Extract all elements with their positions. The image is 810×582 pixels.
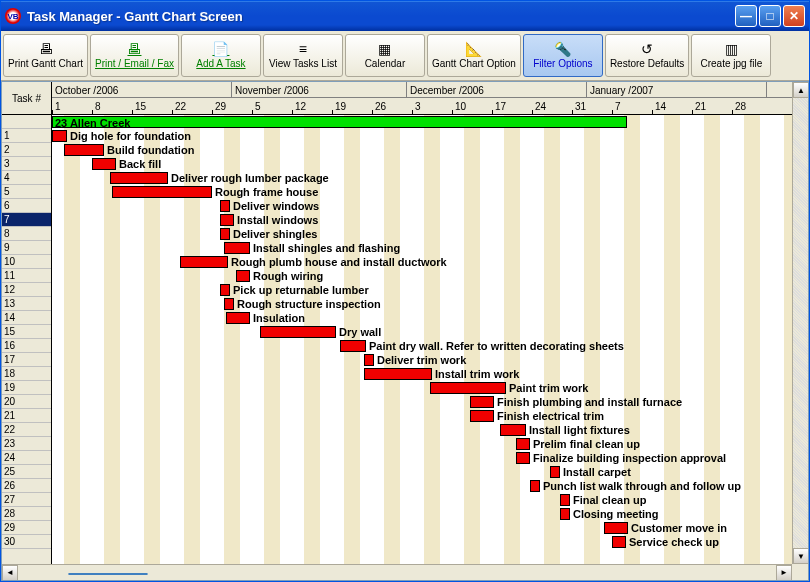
task-number-row[interactable]: 21 <box>2 409 51 423</box>
task-number-row[interactable]: 27 <box>2 493 51 507</box>
day-header: 31 <box>575 98 586 115</box>
task-number-row[interactable]: 8 <box>2 227 51 241</box>
gantt-bar[interactable] <box>220 200 230 212</box>
gantt-bar-label: Install trim work <box>435 367 519 381</box>
gantt-bar-label: Deliver rough lumber package <box>171 171 329 185</box>
gantt-row: Closing meeting <box>52 507 808 521</box>
gantt-bar[interactable] <box>110 172 168 184</box>
task-number-row[interactable]: 11 <box>2 269 51 283</box>
scroll-left-button[interactable]: ◄ <box>2 565 18 581</box>
gantt-bar[interactable] <box>52 130 67 142</box>
vertical-scrollbar[interactable]: ▲ ▼ <box>792 82 808 564</box>
gantt-bar[interactable] <box>612 536 626 548</box>
create-jpg-button[interactable]: ▥Create jpg file <box>691 34 771 77</box>
gantt-bar[interactable] <box>236 270 250 282</box>
task-number-row[interactable]: 24 <box>2 451 51 465</box>
gantt-bar[interactable] <box>364 354 374 366</box>
gantt-bar[interactable] <box>220 214 234 226</box>
task-number-row[interactable]: 1 <box>2 129 51 143</box>
titlebar[interactable]: VB Task Manager - Gantt Chart Screen — □… <box>1 1 809 31</box>
gantt-bar[interactable] <box>52 116 627 128</box>
app-window: VB Task Manager - Gantt Chart Screen — □… <box>0 0 810 582</box>
task-number-row[interactable]: 14 <box>2 311 51 325</box>
gantt-row: Paint dry wall. Refer to written decorat… <box>52 339 808 353</box>
scroll-thumb[interactable] <box>68 573 148 575</box>
task-number-row[interactable]: 18 <box>2 367 51 381</box>
restore-defaults-button[interactable]: ↺Restore Defaults <box>605 34 689 77</box>
task-number-row[interactable]: 13 <box>2 297 51 311</box>
restore-defaults-icon: ↺ <box>641 42 653 56</box>
gantt-row: Install carpet <box>52 465 808 479</box>
task-number-row[interactable]: 30 <box>2 535 51 549</box>
view-tasks-list-button[interactable]: ≡View Tasks List <box>263 34 343 77</box>
task-number-row[interactable]: 19 <box>2 381 51 395</box>
calendar-button[interactable]: ▦Calendar <box>345 34 425 77</box>
gantt-bar[interactable] <box>224 242 250 254</box>
gantt-bar[interactable] <box>220 284 230 296</box>
task-number-row[interactable]: 26 <box>2 479 51 493</box>
month-header: October /2006 <box>52 82 232 98</box>
task-number-row[interactable]: 17 <box>2 353 51 367</box>
task-number-row[interactable]: 10 <box>2 255 51 269</box>
gantt-bar[interactable] <box>180 256 228 268</box>
scroll-down-button[interactable]: ▼ <box>793 548 809 564</box>
gantt-options-button[interactable]: 📐Gantt Chart Option <box>427 34 521 77</box>
gantt-bar[interactable] <box>260 326 336 338</box>
gantt-bar[interactable] <box>500 424 526 436</box>
maximize-button[interactable]: □ <box>759 5 781 27</box>
task-number-row[interactable] <box>2 115 51 129</box>
horizontal-scrollbar[interactable]: ◄ ► <box>2 564 792 580</box>
minimize-button[interactable]: — <box>735 5 757 27</box>
task-number-row[interactable]: 4 <box>2 171 51 185</box>
task-number-row[interactable]: 6 <box>2 199 51 213</box>
scroll-right-button[interactable]: ► <box>776 565 792 581</box>
task-number-row[interactable]: 20 <box>2 395 51 409</box>
gantt-bar-label: Build foundation <box>107 143 194 157</box>
gantt-bar-label: Rough wiring <box>253 269 323 283</box>
task-number-row[interactable]: 5 <box>2 185 51 199</box>
month-header: December /2006 <box>407 82 587 98</box>
filter-options-label: Filter Options <box>533 58 592 69</box>
gantt-row: Deliver rough lumber package <box>52 171 808 185</box>
gantt-bar[interactable] <box>560 508 570 520</box>
gantt-bar[interactable] <box>516 452 530 464</box>
gantt-bar[interactable] <box>560 494 570 506</box>
print-gantt-button[interactable]: 🖶Print Gantt Chart <box>3 34 88 77</box>
gantt-bar[interactable] <box>470 410 494 422</box>
gantt-row: Deliver trim work <box>52 353 808 367</box>
gantt-bar[interactable] <box>112 186 212 198</box>
gantt-chart[interactable]: F October /2006November /2006December /2… <box>52 82 808 580</box>
gantt-bar[interactable] <box>364 368 432 380</box>
task-number-row[interactable]: 23 <box>2 437 51 451</box>
task-number-row[interactable]: 22 <box>2 423 51 437</box>
gantt-bar[interactable] <box>226 312 250 324</box>
gantt-bar[interactable] <box>516 438 530 450</box>
task-number-row[interactable]: 3 <box>2 157 51 171</box>
gantt-body[interactable]: 23 Allen CreekDig hole for foundationBui… <box>52 115 808 580</box>
gantt-bar[interactable] <box>604 522 628 534</box>
gantt-bar[interactable] <box>224 298 234 310</box>
gantt-bar[interactable] <box>530 480 540 492</box>
task-number-row[interactable]: 12 <box>2 283 51 297</box>
task-number-row[interactable]: 28 <box>2 507 51 521</box>
filter-options-button[interactable]: 🔦Filter Options <box>523 34 603 77</box>
gantt-bar[interactable] <box>470 396 494 408</box>
task-number-row[interactable]: 9 <box>2 241 51 255</box>
scroll-up-button[interactable]: ▲ <box>793 82 809 98</box>
task-number-row[interactable]: 25 <box>2 465 51 479</box>
add-task-button[interactable]: 📄Add A Task <box>181 34 261 77</box>
task-number-row[interactable]: 7 <box>2 213 51 227</box>
gantt-bar[interactable] <box>64 144 104 156</box>
day-header: 14 <box>655 98 666 115</box>
print-email-fax-button[interactable]: 🖶Print / Email / Fax <box>90 34 179 77</box>
task-number-row[interactable]: 29 <box>2 521 51 535</box>
task-number-row[interactable]: 2 <box>2 143 51 157</box>
gantt-bar[interactable] <box>92 158 116 170</box>
task-number-row[interactable]: 16 <box>2 339 51 353</box>
gantt-bar[interactable] <box>430 382 506 394</box>
task-number-row[interactable]: 15 <box>2 325 51 339</box>
gantt-bar[interactable] <box>550 466 560 478</box>
close-button[interactable]: ✕ <box>783 5 805 27</box>
gantt-bar[interactable] <box>340 340 366 352</box>
gantt-bar[interactable] <box>220 228 230 240</box>
